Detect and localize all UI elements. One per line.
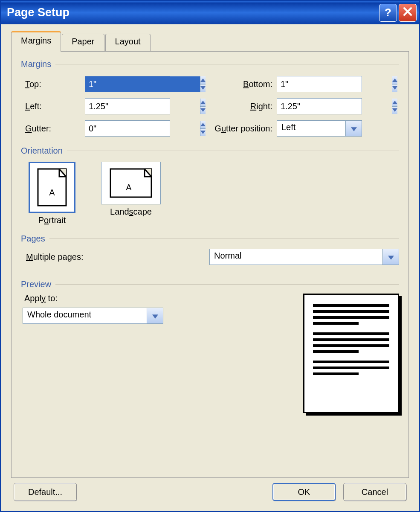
multiple-pages-combo[interactable]: Normal <box>209 249 399 265</box>
portrait-label: Portrait <box>38 215 66 225</box>
cancel-button[interactable]: Cancel <box>343 483 406 501</box>
right-spinner[interactable] <box>277 98 362 114</box>
svg-marker-18 <box>152 314 158 318</box>
svg-marker-2 <box>392 79 397 82</box>
landscape-icon: A <box>101 162 161 204</box>
close-icon <box>403 6 413 19</box>
margins-group-title: Margins <box>21 59 399 69</box>
chevron-down-icon <box>152 311 158 321</box>
tabpage-margins: Margins Top: Bottom: <box>11 51 409 478</box>
svg-marker-17 <box>388 256 394 259</box>
orientation-group-title: Orientation <box>21 146 399 156</box>
top-label: Top: <box>25 79 85 89</box>
orientation-landscape[interactable]: A Landscape <box>101 162 161 225</box>
preview-group-title: Preview <box>21 279 399 289</box>
bottom-label: Bottom: <box>196 79 277 89</box>
orientation-row: A Portrait A Lan <box>29 162 399 225</box>
top-input[interactable] <box>85 76 200 92</box>
close-button[interactable] <box>399 4 417 22</box>
page-setup-dialog: Page Setup ? Margins Paper Layout Margin… <box>0 0 420 512</box>
margins-grid: Top: Bottom: Left: <box>25 76 399 137</box>
apply-to-combo[interactable]: Whole document <box>23 308 163 324</box>
default-button[interactable]: Default... <box>14 483 77 501</box>
help-button[interactable]: ? <box>379 4 397 22</box>
right-spin-up[interactable] <box>392 99 397 106</box>
gutter-spinner[interactable] <box>85 120 170 137</box>
right-spin-down[interactable] <box>392 106 397 114</box>
dialog-button-row: Default... OK Cancel <box>11 478 409 507</box>
tab-layout[interactable]: Layout <box>105 34 151 52</box>
tab-paper[interactable]: Paper <box>62 34 104 52</box>
gutter-pos-value: Left <box>277 121 345 136</box>
svg-text:A: A <box>126 183 132 192</box>
apply-to-dropdown-button[interactable] <box>147 308 163 323</box>
multiple-pages-dropdown-button[interactable] <box>382 249 399 265</box>
chevron-down-icon <box>351 124 357 134</box>
gutter-pos-dropdown-button[interactable] <box>345 121 362 136</box>
multiple-pages-label: Multiple pages: <box>26 252 209 262</box>
svg-marker-6 <box>392 101 397 104</box>
window-title: Page Setup <box>7 6 377 19</box>
svg-text:A: A <box>49 188 55 197</box>
orientation-portrait[interactable]: A Portrait <box>29 162 75 225</box>
left-spinner[interactable] <box>85 98 170 114</box>
top-spinner[interactable] <box>85 76 170 92</box>
bottom-input[interactable] <box>277 76 392 92</box>
apply-to-value: Whole document <box>23 308 147 323</box>
ok-button[interactable]: OK <box>272 483 336 501</box>
pages-group-title: Pages <box>21 234 399 244</box>
svg-rect-11 <box>38 169 66 206</box>
gutter-label: Gutter: <box>25 124 85 134</box>
left-input[interactable] <box>85 99 200 114</box>
gutter-pos-label: Gutter position: <box>196 124 277 134</box>
tab-margins[interactable]: Margins <box>11 31 61 52</box>
tab-strip: Margins Paper Layout <box>11 31 409 52</box>
left-label: Left: <box>25 102 85 111</box>
multiple-pages-value: Normal <box>210 249 382 265</box>
chevron-down-icon <box>388 252 394 262</box>
svg-marker-7 <box>392 108 397 112</box>
right-input[interactable] <box>277 99 392 114</box>
gutter-input[interactable] <box>85 121 200 136</box>
apply-to-label: Apply to: <box>24 294 290 303</box>
svg-marker-3 <box>392 86 397 90</box>
landscape-label: Landscape <box>110 207 152 217</box>
titlebar: Page Setup ? <box>1 1 419 24</box>
preview-page-icon <box>303 294 399 413</box>
bottom-spin-up[interactable] <box>392 76 397 84</box>
right-label: Right: <box>196 102 277 111</box>
bottom-spin-down[interactable] <box>392 84 397 92</box>
portrait-icon: A <box>29 162 75 213</box>
svg-marker-10 <box>351 127 357 131</box>
bottom-spinner[interactable] <box>277 76 362 92</box>
gutter-pos-combo[interactable]: Left <box>277 120 362 137</box>
